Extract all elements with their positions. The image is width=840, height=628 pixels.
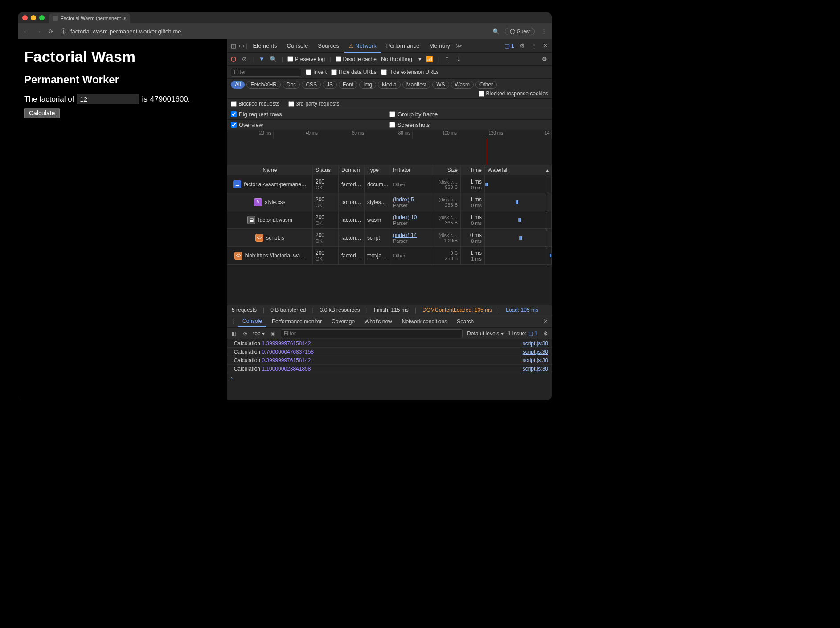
col-time[interactable]: Time xyxy=(461,165,485,175)
clear-console-icon[interactable]: ⊘ xyxy=(242,330,249,337)
context-selector[interactable]: top ▾ xyxy=(253,330,265,337)
record-button[interactable] xyxy=(231,57,236,62)
levels-selector[interactable]: Default levels ▾ xyxy=(467,330,503,337)
device-icon[interactable]: ▭ xyxy=(238,42,245,49)
col-name[interactable]: Name xyxy=(227,165,313,175)
group-by-frame-checkbox[interactable] xyxy=(389,111,395,117)
tab-elements[interactable]: Elements xyxy=(248,40,281,52)
col-size[interactable]: Size xyxy=(434,165,461,175)
console-filter-input[interactable] xyxy=(281,329,463,338)
console-settings-icon[interactable]: ⚙ xyxy=(542,330,549,337)
back-icon[interactable]: ← xyxy=(22,28,29,35)
address-bar[interactable]: ⓘ factorial-wasm-permanent-worker.glitch… xyxy=(60,28,487,35)
col-initiator[interactable]: Initiator xyxy=(390,165,434,175)
maximize-window[interactable] xyxy=(39,15,45,20)
reload-icon[interactable]: ⟳ xyxy=(47,28,54,35)
upload-icon[interactable]: ↥ xyxy=(443,56,451,63)
new-tab-button[interactable]: + xyxy=(123,15,127,22)
issue-summary[interactable]: 1 Issue: ▢ 1 xyxy=(508,330,537,337)
download-icon[interactable]: ↧ xyxy=(455,56,462,63)
col-type[interactable]: Type xyxy=(365,165,390,175)
blocked-cookies-checkbox[interactable]: Blocked response cookies xyxy=(479,90,548,97)
tab-network[interactable]: Network xyxy=(344,40,381,53)
col-waterfall[interactable]: Waterfall▴ xyxy=(485,165,552,175)
invert-checkbox[interactable]: Invert xyxy=(306,69,327,75)
factorial-input[interactable] xyxy=(77,94,139,104)
filter-icon[interactable]: ▼ xyxy=(258,56,265,63)
pill-all[interactable]: All xyxy=(231,81,245,89)
pill-ws[interactable]: WS xyxy=(432,81,449,89)
drawer-tab-console[interactable]: Console xyxy=(238,316,266,327)
tab-memory[interactable]: Memory xyxy=(425,40,455,52)
col-status[interactable]: Status xyxy=(313,165,339,175)
network-settings-icon[interactable]: ⚙ xyxy=(541,56,548,63)
page-h2: Permanent Worker xyxy=(24,73,221,86)
third-party-checkbox[interactable]: 3rd-party requests xyxy=(288,101,339,107)
drawer-tab-whatsnew[interactable]: What's new xyxy=(360,316,397,327)
console-log-row: Calculation 1.100000023841858script.js:3… xyxy=(227,365,552,373)
pill-fetch[interactable]: Fetch/XHR xyxy=(246,81,281,89)
timeline-overview[interactable]: 20 ms 40 ms 60 ms 80 ms 100 ms 120 ms 14 xyxy=(227,130,552,165)
table-row[interactable]: <>script.js200OKfactori…script(index):14… xyxy=(227,229,552,247)
kebab-icon[interactable]: ⋮ xyxy=(530,42,537,49)
drawer-tab-perf[interactable]: Performance monitor xyxy=(267,316,326,327)
close-devtools-icon[interactable]: ✕ xyxy=(542,42,549,49)
inspect-icon[interactable]: ◫ xyxy=(230,42,237,49)
close-window[interactable] xyxy=(22,15,28,20)
minimize-window[interactable] xyxy=(31,15,36,20)
screenshots-checkbox[interactable] xyxy=(389,122,395,128)
tab-console[interactable]: Console xyxy=(283,40,313,52)
console-prompt[interactable]: › xyxy=(227,373,552,383)
clear-icon[interactable]: ⊘ xyxy=(241,56,248,63)
site-info-icon[interactable]: ⓘ xyxy=(60,28,67,35)
hide-ext-urls-checkbox[interactable]: Hide extension URLs xyxy=(381,69,439,75)
wifi-icon[interactable]: 📶 xyxy=(426,56,433,63)
drawer-tab-netcond[interactable]: Network conditions xyxy=(397,316,451,327)
drawer-menu-icon[interactable]: ⋮ xyxy=(230,318,237,325)
pill-doc[interactable]: Doc xyxy=(283,81,300,89)
drawer-tab-coverage[interactable]: Coverage xyxy=(327,316,359,327)
blocked-requests-checkbox[interactable]: Blocked requests xyxy=(231,101,279,107)
profile-badge[interactable]: ◯ Guest xyxy=(505,28,535,35)
table-row[interactable]: ✎style.css200OKfactori…styles…(index):5P… xyxy=(227,193,552,211)
search-icon[interactable]: 🔍 xyxy=(270,56,277,63)
pill-other[interactable]: Other xyxy=(475,81,497,89)
pill-font[interactable]: Font xyxy=(339,81,357,89)
throttling-select[interactable]: No throttling ▾ xyxy=(381,56,422,62)
pill-manifest[interactable]: Manifest xyxy=(402,81,430,89)
log-source-link[interactable]: script.js:30 xyxy=(523,366,548,372)
issues-badge[interactable]: ▢ 1 xyxy=(504,42,514,49)
drawer-close-icon[interactable]: ✕ xyxy=(542,318,549,325)
sidebar-toggle-icon[interactable]: ◧ xyxy=(230,330,237,337)
disable-cache-checkbox[interactable]: Disable cache xyxy=(336,56,377,62)
pill-media[interactable]: Media xyxy=(378,81,401,89)
pill-img[interactable]: Img xyxy=(359,81,376,89)
preserve-log-checkbox[interactable]: Preserve log xyxy=(287,56,325,62)
tab-performance[interactable]: Performance xyxy=(382,40,424,52)
pill-wasm[interactable]: Wasm xyxy=(451,81,474,89)
menu-icon[interactable]: ⋮ xyxy=(540,28,547,35)
table-row[interactable]: ☰factorial-wasm-permane…200OKfactori…doc… xyxy=(227,175,552,193)
tab-sources[interactable]: Sources xyxy=(313,40,344,52)
forward-icon[interactable]: → xyxy=(35,28,42,35)
overview-checkbox[interactable] xyxy=(231,122,237,128)
calculate-button[interactable]: Calculate xyxy=(24,108,60,118)
pill-js[interactable]: JS xyxy=(323,81,337,89)
browser-tab[interactable]: Factorial Wasm (permanent × xyxy=(49,13,130,23)
table-row[interactable]: ⬓factorial.wasm200OKfactori…wasm(index):… xyxy=(227,211,552,229)
col-domain[interactable]: Domain xyxy=(339,165,365,175)
settings-icon[interactable]: ⚙ xyxy=(519,42,526,49)
sentence-prefix: The factorial of xyxy=(24,95,74,104)
table-row[interactable]: <>blob:https://factorial-wa…200OKfactori… xyxy=(227,247,552,265)
drawer-tab-search[interactable]: Search xyxy=(452,316,478,327)
zoom-icon[interactable]: 🔍 xyxy=(492,28,500,35)
eye-icon[interactable]: ◉ xyxy=(269,330,276,337)
log-source-link[interactable]: script.js:30 xyxy=(523,340,548,347)
big-rows-checkbox[interactable] xyxy=(231,111,237,117)
more-tabs-icon[interactable]: ≫ xyxy=(455,42,463,49)
filter-input[interactable] xyxy=(231,68,301,77)
hide-data-urls-checkbox[interactable]: Hide data URLs xyxy=(331,69,377,75)
log-source-link[interactable]: script.js:30 xyxy=(523,357,548,363)
log-source-link[interactable]: script.js:30 xyxy=(523,349,548,355)
pill-css[interactable]: CSS xyxy=(302,81,321,89)
